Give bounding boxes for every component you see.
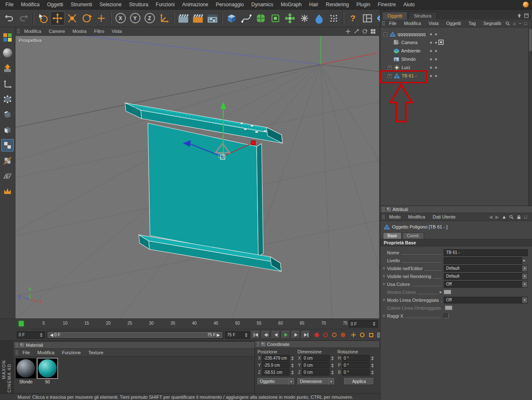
editor-visibility-dot[interactable] — [430, 42, 432, 44]
collapse-icon[interactable]: − — [384, 32, 387, 36]
timeline-range-bar[interactable]: ◀ 0 F 75 F ▶ — [47, 332, 222, 338]
viewport-menu-modifica[interactable]: Modifica — [21, 28, 45, 35]
tree-row-luci[interactable]: + Luci — [380, 63, 532, 72]
record-parameter-button[interactable] — [340, 331, 347, 338]
object-label[interactable]: qqqqqqqqqqq — [397, 32, 425, 37]
render-visibility-dot[interactable] — [435, 67, 437, 69]
modo-linea-dropdown[interactable]: Off▼ — [444, 297, 528, 303]
material-item[interactable]: Sfondo — [15, 358, 36, 384]
material-name[interactable]: Sfondo — [15, 380, 36, 384]
materials-menu-modifica[interactable]: Modifica — [34, 350, 58, 355]
livello-input[interactable] — [444, 257, 522, 264]
spinner-icon[interactable] — [370, 356, 374, 360]
record-rotation-button[interactable] — [359, 331, 366, 338]
object-label[interactable]: TB 61 - — [402, 73, 417, 78]
record-keyframe-button[interactable] — [313, 331, 320, 338]
pan-view-icon[interactable] — [345, 29, 351, 34]
pos-z-field[interactable]: -58.51 cm — [262, 369, 290, 375]
viewport-menu-vista[interactable]: Vista — [108, 28, 125, 35]
cloner-button[interactable] — [283, 11, 297, 25]
materials-menu-file[interactable]: File — [19, 350, 33, 355]
range-end-handle[interactable]: 75 F ▶ — [207, 333, 220, 337]
goto-start-button[interactable] — [252, 331, 260, 339]
render-visibility-dot[interactable] — [435, 58, 437, 60]
editor-visibility-dot[interactable] — [430, 58, 432, 60]
record-scale-button[interactable] — [367, 331, 375, 338]
rot-h-field[interactable]: 0 ° — [342, 355, 370, 361]
animatable-dot-icon[interactable] — [383, 267, 385, 269]
rot-p-field[interactable]: 0 ° — [342, 362, 370, 368]
render-visibility-dot[interactable] — [435, 33, 437, 35]
scrollbar[interactable] — [528, 28, 532, 206]
menu-mograph[interactable]: MoGraph — [277, 1, 305, 8]
tab-coord[interactable]: Coord. — [402, 232, 424, 239]
panel-grip[interactable] — [382, 214, 385, 219]
camera-active-icon[interactable] — [438, 40, 444, 45]
frame-icon[interactable]: □ — [524, 21, 527, 26]
expand-right-icon[interactable]: ▶ — [523, 259, 525, 262]
rot-b-field[interactable]: 0 ° — [342, 369, 370, 375]
om-menu-vista[interactable]: Vista — [425, 20, 442, 26]
attr-menu-dati-utente[interactable]: Dati Utente — [430, 214, 459, 220]
material-thumbnail[interactable] — [37, 358, 57, 378]
animation-palette-button[interactable] — [1, 185, 14, 198]
editor-visibility-dot[interactable] — [430, 33, 432, 35]
mostra-colore-swatch[interactable] — [444, 290, 451, 294]
next-frame-button[interactable] — [292, 331, 300, 339]
expand-right-icon[interactable]: ▶ — [440, 291, 442, 294]
perspective-viewport[interactable]: Modifica Camere Mostra Filtro Vista Pros… — [15, 27, 379, 318]
usa-colore-dropdown[interactable]: Off▼ — [444, 281, 528, 288]
collapse-panel-icon[interactable] — [524, 13, 529, 18]
pos-y-field[interactable]: -25.9 cm — [262, 362, 290, 368]
om-menu-oggetti[interactable]: Oggetti — [443, 20, 464, 26]
coordinate-system-button[interactable] — [157, 11, 171, 25]
render-visibility-dot[interactable] — [435, 75, 437, 77]
panel-grip[interactable] — [15, 343, 18, 348]
om-menu-segnalib[interactable]: Segnalib — [480, 20, 505, 26]
previous-frame-button[interactable] — [272, 331, 280, 339]
c4d-ball-icon[interactable] — [523, 2, 529, 7]
lock-y-axis-button[interactable]: Y — [128, 11, 142, 25]
move-tool-button[interactable] — [50, 11, 65, 25]
search-icon[interactable] — [509, 215, 514, 219]
section-proprieta-base[interactable]: Proprietà Base — [380, 239, 532, 246]
tree-row-ambiente[interactable]: Ambiente — [380, 47, 532, 55]
home-icon[interactable]: ⌂ — [513, 21, 516, 26]
ruler-frame-field[interactable]: 0 F — [349, 320, 378, 328]
add-spline-button[interactable] — [239, 11, 253, 25]
menu-modifica[interactable]: Modifica — [17, 1, 43, 8]
object-axis-mode-button[interactable] — [1, 77, 14, 90]
apply-button[interactable]: Applica — [344, 378, 374, 385]
spinner-icon[interactable] — [330, 356, 334, 360]
help-button[interactable]: ? — [346, 11, 360, 25]
visibile-editor-dropdown[interactable]: Default▼ — [444, 265, 528, 272]
environment-object-button[interactable] — [312, 11, 326, 25]
menu-strumenti[interactable]: Strumenti — [67, 1, 96, 8]
menu-animazione[interactable]: Animazione — [178, 1, 212, 8]
editor-visibility-dot[interactable] — [430, 50, 432, 52]
frame-icon[interactable]: □ — [524, 214, 527, 219]
spinner-icon[interactable] — [290, 363, 294, 368]
dim-x-field[interactable]: 0 cm — [302, 355, 330, 361]
nome-input[interactable]: TB 61 - — [444, 249, 528, 256]
menu-finestre[interactable]: Finestre — [374, 1, 400, 8]
pin-up-icon[interactable]: ▲ — [502, 214, 506, 219]
end-frame-field[interactable]: 75 F — [225, 331, 250, 339]
menu-struttura[interactable]: Struttura — [125, 1, 152, 8]
editor-visibility-dot[interactable] — [430, 67, 432, 69]
menu-funzioni[interactable]: Funzioni — [152, 1, 178, 8]
lock-z-axis-button[interactable]: Z — [142, 11, 157, 25]
menu-dynamics[interactable]: Dynamics — [247, 1, 277, 8]
menu-selezione[interactable]: Selezione — [96, 1, 125, 8]
previous-key-button[interactable] — [262, 331, 270, 339]
spinner-icon[interactable] — [372, 322, 376, 326]
materials-menu-funzione[interactable]: Funzione — [59, 350, 84, 355]
viewport-menu-camere[interactable]: Camere — [45, 28, 68, 35]
coordinates-header[interactable]: Coordinate — [255, 341, 379, 348]
render-view-button[interactable] — [176, 11, 190, 25]
render-picture-viewer-button[interactable] — [191, 11, 205, 25]
object-label[interactable]: Ambiente — [401, 48, 420, 53]
pin-icon[interactable] — [517, 13, 522, 18]
subdivision-surface-button[interactable] — [254, 11, 268, 25]
keyframe-selection-button[interactable] — [331, 331, 338, 338]
